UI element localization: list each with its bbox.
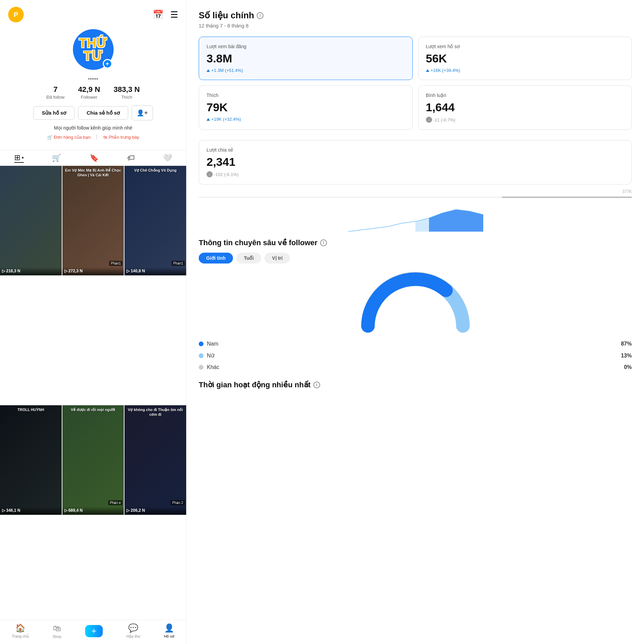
bio-text: Mọi người follow kênh giúp mình nhé: [54, 125, 132, 131]
follower-title: Thông tin chuyên sâu về follower i: [199, 238, 632, 247]
metric-label-shares: Lượt chia sẻ: [207, 147, 624, 153]
video-title-2: Vợ Chê Chồng Vô Dụng: [124, 168, 186, 173]
action-buttons: Sửa hồ sơ Chia sẻ hồ sơ 👤+: [33, 105, 153, 120]
part-badge-5: Phần 2: [171, 500, 185, 505]
metric-card-profile-views: Lượt xem hồ sơ 56K +16K (+39.4%): [418, 37, 632, 80]
tab-location[interactable]: Vị trí: [265, 253, 290, 264]
part-badge-4: Phần e: [108, 500, 122, 505]
metric-card-comments: Bình luận 1,644 ↓ -11 (-0.7%): [418, 85, 632, 130]
tab-age[interactable]: Tuổi: [236, 253, 261, 264]
avatar-plus-button[interactable]: +: [103, 59, 112, 69]
play-icon-0: ▷: [2, 269, 5, 273]
video-item-4[interactable]: Về được đi rồi mọi người Phần e ▷ 689,4 …: [62, 405, 124, 515]
video-item-0[interactable]: ▷ 218,3 N: [0, 166, 62, 275]
shop-divider: |: [96, 134, 97, 140]
legend-nu: Nữ 13%: [199, 352, 632, 359]
avatar-line1: THỨ: [79, 37, 108, 50]
part-badge-1: Phần1: [109, 261, 122, 266]
stat-following: 7 Đã follow: [46, 85, 64, 100]
part-badge-2: Phần1: [172, 261, 185, 266]
metrics-info-icon[interactable]: i: [257, 12, 264, 19]
metrics-date: 12 tháng 7 - 8 tháng 8: [199, 23, 632, 28]
down-arrow-comments: ↓: [426, 117, 432, 123]
tab-saved[interactable]: 🔖: [90, 153, 99, 163]
video-overlay-3: ▷ 346,1 N: [0, 507, 62, 515]
edit-profile-button[interactable]: Sửa hồ sơ: [33, 106, 75, 120]
nav-home[interactable]: 🏠 Trang chủ: [12, 623, 29, 639]
metric-change-views: +1.3M (+51.4%): [207, 68, 405, 73]
metric-change-profile-views: +16K (+39.4%): [426, 68, 624, 73]
shop-links: 🛒 Đơn hàng của bạn | 🛍 Phần trưng bày: [47, 134, 139, 140]
nav-profile[interactable]: 👤 Hồ sơ: [164, 623, 174, 639]
metric-label-likes: Thích: [207, 93, 405, 98]
view-count-0: ▷ 218,3 N: [2, 269, 60, 273]
metric-card-likes: Thích 79K +19K (+32.4%): [199, 85, 413, 130]
tag-icon: 🏷: [127, 154, 135, 162]
legend-nam: Nam 87%: [199, 341, 632, 347]
right-panel: Số liệu chính i 12 tháng 7 - 8 tháng 8 L…: [187, 0, 644, 644]
metric-label-views: Lượt xem bài đăng: [207, 44, 405, 49]
video-title-5: Vợ không cho đi Thuận ôm nồi cơm đi: [124, 407, 186, 417]
stats-row: 7 Đã follow 42,9 N Follower 383,3 N Thíc…: [46, 85, 140, 100]
follower-info-icon[interactable]: i: [320, 239, 327, 246]
up-arrow-likes: [207, 118, 210, 121]
order-link[interactable]: 🛒 Đơn hàng của bạn: [47, 134, 91, 140]
video-title-1: Em Vợ Méc Mẹ Bị Anh Rể Chọc Gheo | Và Cá…: [62, 168, 124, 178]
bookmark-icon: 🔖: [90, 154, 99, 162]
tab-grid[interactable]: ⊞ ▾: [14, 153, 24, 163]
legend-left-khac: Khác: [199, 364, 219, 370]
video-overlay-5: ▷ 206,2 N: [124, 507, 186, 515]
stat-followers: 42,9 N Follower: [78, 85, 100, 100]
metrics-grid: Lượt xem bài đăng 3.8M +1.3M (+51.4%) Lư…: [199, 37, 632, 130]
metric-value-views: 3.8M: [207, 52, 405, 65]
video-item-2[interactable]: Vợ Chê Chồng Vô Dụng Phần1 ▷ 140,8 N: [124, 166, 186, 275]
tab-gender[interactable]: Giới tính: [199, 253, 233, 264]
add-friend-button[interactable]: 👤+: [132, 105, 153, 120]
display-link[interactable]: 🛍 Phần trưng bày: [103, 134, 139, 140]
tab-liked[interactable]: 🤍: [163, 153, 172, 163]
activity-section-title: Thời gian hoạt động nhiều nhất i: [199, 380, 632, 389]
scroll-bar: [199, 197, 632, 198]
svg-marker-1: [429, 210, 483, 232]
metric-change-comments: ↓ -11 (-0.7%): [426, 117, 624, 123]
video-overlay-0: ▷ 218,3 N: [0, 267, 62, 275]
home-icon: 🏠: [15, 623, 25, 633]
mini-chart: [199, 204, 632, 232]
stat-likes: 383,3 N Thích: [114, 85, 140, 100]
create-icon[interactable]: +: [85, 625, 103, 637]
video-item-5[interactable]: Vợ không cho đi Thuận ôm nồi cơm đi Phần…: [124, 405, 186, 515]
metric-card-views: Lượt xem bài đăng 3.8M +1.3M (+51.4%): [199, 37, 413, 80]
video-title-4: Về được đi rồi mọi người: [62, 407, 124, 412]
down-arrow-shares: ↓: [207, 171, 213, 177]
profile-nav-icon: 👤: [164, 623, 174, 633]
play-icon-1: ▷: [64, 269, 67, 273]
video-item-3[interactable]: TROLL HUỲNH ▷ 346,1 N: [0, 405, 62, 515]
metric-value-shares: 2,341: [207, 155, 624, 169]
follower-section: Thông tin chuyên sâu về follower i Giới …: [199, 238, 632, 370]
up-arrow-views: [207, 69, 210, 72]
cart-icon: 🛒: [47, 135, 53, 140]
play-icon-3: ▷: [2, 508, 5, 513]
share-profile-button[interactable]: Chia sẻ hồ sơ: [78, 106, 128, 120]
video-item-1[interactable]: Em Vợ Méc Mẹ Bị Anh Rể Chọc Gheo | Và Cá…: [62, 166, 124, 275]
metric-value-comments: 1,644: [426, 101, 624, 114]
menu-icon[interactable]: ☰: [170, 9, 178, 20]
calendar-icon[interactable]: 📅: [153, 9, 163, 20]
tab-tagged[interactable]: 🏷: [127, 153, 135, 163]
avatar-container: THỨ TƯ +: [73, 29, 114, 70]
bag-icon: 🛍: [103, 135, 108, 140]
play-icon-4: ▷: [64, 508, 67, 513]
nav-inbox[interactable]: 💬 Hộp thư: [126, 623, 140, 639]
view-count-2: ▷ 140,8 N: [126, 269, 184, 273]
bottom-nav: 🏠 Trang chủ 🛍 Shop + 💬 Hộp thư 👤 Hồ sơ: [0, 620, 186, 644]
add-person-icon: 👤+: [137, 110, 148, 116]
activity-info-icon[interactable]: i: [313, 382, 320, 388]
premium-badge: P: [8, 7, 24, 22]
tab-shop[interactable]: 🛒: [52, 153, 61, 163]
metric-value-profile-views: 56K: [426, 52, 624, 65]
metric-label-profile-views: Lượt xem hồ sơ: [426, 44, 624, 49]
content-tabs-row: ⊞ ▾ 🛒 🔖 🏷 🤍: [0, 150, 186, 166]
nav-create[interactable]: +: [85, 625, 103, 637]
nav-shop[interactable]: 🛍 Shop: [53, 624, 61, 639]
legend-left-nu: Nữ: [199, 352, 214, 359]
